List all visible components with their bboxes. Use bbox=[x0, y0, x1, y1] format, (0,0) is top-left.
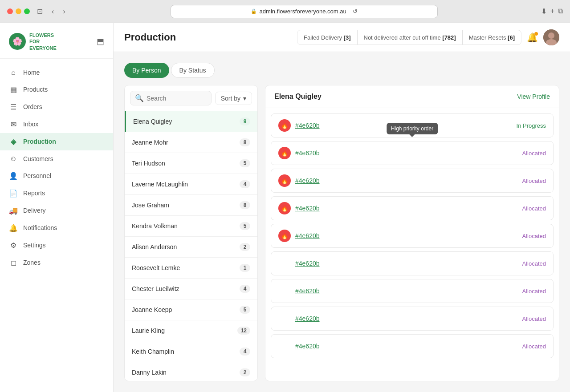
list-item[interactable]: Jeanne Mohr 8 bbox=[125, 132, 257, 153]
person-name: Laverne McLaughlin bbox=[132, 181, 188, 188]
table-row[interactable]: #4e620b Allocated bbox=[271, 279, 554, 303]
downloads-icon[interactable]: ⬇ bbox=[541, 7, 547, 16]
sidebar-item-delivery[interactable]: 🚚 Delivery bbox=[0, 202, 113, 219]
minimize-button[interactable] bbox=[16, 8, 21, 14]
list-item[interactable]: Chester Lueilwitz 4 bbox=[125, 279, 257, 299]
person-count: 5 bbox=[240, 306, 250, 314]
order-status: Allocated bbox=[522, 343, 546, 350]
failed-delivery-badge[interactable]: Failed Delivery [3] bbox=[297, 31, 357, 44]
failed-delivery-count: [3] bbox=[344, 34, 351, 41]
order-status: Allocated bbox=[522, 288, 546, 295]
sidebar-item-customers[interactable]: ☺ Customers bbox=[0, 150, 113, 167]
list-item[interactable]: Danny Lakin 2 bbox=[125, 362, 257, 381]
order-id[interactable]: #4e620b bbox=[295, 287, 320, 295]
table-row[interactable]: High priority order 🔥 #4e620b Allocated bbox=[271, 141, 554, 165]
list-item[interactable]: Laurie Kling 12 bbox=[125, 320, 257, 341]
list-item[interactable]: Teri Hudson 5 bbox=[125, 153, 257, 174]
sidebar-item-label: Zones bbox=[23, 259, 41, 266]
sidebar-item-products[interactable]: ▦ Products bbox=[0, 81, 113, 98]
table-row[interactable]: #4e620b Allocated bbox=[271, 251, 554, 275]
view-profile-button[interactable]: View Profile bbox=[517, 93, 550, 100]
nav-items: ⌂ Home ▦ Products ☰ Orders ✉ Inbox ◈ Pro… bbox=[0, 59, 113, 392]
right-header: Elena Quigley View Profile bbox=[265, 85, 559, 108]
person-name: Laurie Kling bbox=[132, 327, 165, 334]
logo: 🌸 FlowersForEveryone bbox=[9, 32, 57, 51]
table-row[interactable]: 🔥 #4e620b Allocated bbox=[271, 224, 554, 248]
table-row[interactable]: 🔥 #4e620b Allocated bbox=[271, 169, 554, 193]
person-count: 8 bbox=[240, 138, 250, 146]
zones-icon: ◻ bbox=[9, 259, 18, 267]
panels: 🔍 Sort by ▾ Elena Quigley 9 Jeanne Mohr … bbox=[124, 85, 559, 381]
order-left: #4e620b bbox=[278, 285, 320, 297]
sidebar-item-personnel[interactable]: 👤 Personnel bbox=[0, 167, 113, 185]
person-count: 4 bbox=[240, 180, 250, 188]
search-input-wrap[interactable]: 🔍 bbox=[130, 91, 212, 105]
order-id[interactable]: #4e620b bbox=[295, 232, 320, 239]
order-left: #4e620b bbox=[278, 257, 320, 270]
list-item[interactable]: Kendra Volkman 5 bbox=[125, 216, 257, 237]
person-count: 12 bbox=[237, 327, 250, 335]
table-row[interactable]: #4e620b Allocated bbox=[271, 334, 554, 358]
svg-point-1 bbox=[548, 32, 554, 39]
master-resets-count: [6] bbox=[508, 34, 515, 41]
person-count: 2 bbox=[240, 368, 250, 376]
list-item[interactable]: Joanne Koepp 5 bbox=[125, 299, 257, 320]
settings-icon: ⚙ bbox=[9, 241, 18, 250]
person-count: 5 bbox=[240, 159, 250, 167]
search-input[interactable] bbox=[147, 95, 207, 102]
list-item[interactable]: Alison Anderson 2 bbox=[125, 237, 257, 258]
order-id[interactable]: #4e620b bbox=[295, 343, 320, 350]
page-title: Production bbox=[124, 32, 176, 43]
address-bar[interactable]: 🔒 admin.flowersforeveryone.com.au ↺ bbox=[171, 5, 438, 18]
list-item[interactable]: Elena Quigley 9 bbox=[125, 111, 257, 132]
tabs-icon[interactable]: ⧉ bbox=[558, 7, 563, 16]
close-button[interactable] bbox=[7, 8, 13, 14]
sidebar-item-zones[interactable]: ◻ Zones bbox=[0, 254, 113, 271]
list-item[interactable]: Jose Graham 8 bbox=[125, 195, 257, 216]
table-row[interactable]: #4e620b Allocated bbox=[271, 307, 554, 331]
master-resets-badge[interactable]: Master Resets [6] bbox=[463, 31, 521, 44]
order-id[interactable]: #4e620b bbox=[295, 122, 320, 129]
left-panel: 🔍 Sort by ▾ Elena Quigley 9 Jeanne Mohr … bbox=[124, 85, 258, 381]
person-name: Kendra Volkman bbox=[132, 222, 178, 230]
maximize-button[interactable] bbox=[24, 8, 30, 14]
order-left: 🔥 #4e620b bbox=[278, 230, 320, 242]
placeholder bbox=[278, 312, 291, 325]
sidebar-item-label: Production bbox=[23, 138, 56, 145]
order-status: Allocated bbox=[522, 260, 546, 267]
sidebar-item-notifications[interactable]: 🔔 Notifications bbox=[0, 219, 113, 237]
sidebar-item-production[interactable]: ◈ Production bbox=[0, 133, 113, 150]
person-count: 5 bbox=[240, 222, 250, 230]
tab-by-person[interactable]: By Person bbox=[124, 63, 169, 78]
new-tab-icon[interactable]: + bbox=[550, 7, 554, 16]
sidebar-item-reports[interactable]: 📄 Reports bbox=[0, 185, 113, 202]
back-button[interactable]: ‹ bbox=[50, 6, 56, 17]
person-count: 9 bbox=[240, 117, 250, 125]
inbox-icon: ✉ bbox=[9, 120, 18, 129]
list-item[interactable]: Laverne McLaughlin 4 bbox=[125, 174, 257, 195]
reload-icon[interactable]: ↺ bbox=[353, 8, 358, 15]
sort-by-button[interactable]: Sort by ▾ bbox=[215, 92, 252, 105]
order-id[interactable]: #4e620b bbox=[295, 315, 320, 322]
forward-button[interactable]: › bbox=[61, 6, 67, 17]
sidebar-item-settings[interactable]: ⚙ Settings bbox=[0, 237, 113, 254]
sidebar-item-orders[interactable]: ☰ Orders bbox=[0, 98, 113, 116]
sidebar-item-label: Inbox bbox=[23, 121, 38, 128]
sidebar-item-label: Orders bbox=[23, 103, 42, 110]
sidebar-item-home[interactable]: ⌂ Home bbox=[0, 64, 113, 81]
notification-bell-button[interactable]: 🔔 bbox=[527, 32, 538, 43]
order-id[interactable]: #4e620b bbox=[295, 260, 320, 267]
sidebar-item-inbox[interactable]: ✉ Inbox bbox=[0, 116, 113, 133]
order-id[interactable]: #4e620b bbox=[295, 177, 320, 184]
not-delivered-badge[interactable]: Not delivered after cut off time [782] bbox=[358, 31, 462, 44]
export-button[interactable]: ⬒ bbox=[97, 36, 104, 46]
order-id[interactable]: #4e620b bbox=[295, 150, 320, 157]
tab-by-status[interactable]: By Status bbox=[171, 63, 215, 78]
table-row[interactable]: 🔥 #4e620b Allocated bbox=[271, 196, 554, 220]
list-item[interactable]: Keith Champlin 4 bbox=[125, 341, 257, 362]
order-status: Allocated bbox=[522, 178, 546, 184]
sidebar-toggle[interactable]: ⊡ bbox=[35, 5, 45, 17]
list-item[interactable]: Roosevelt Lemke 1 bbox=[125, 258, 257, 279]
url-text: admin.flowersforeveryone.com.au bbox=[260, 8, 346, 15]
order-id[interactable]: #4e620b bbox=[295, 205, 320, 212]
